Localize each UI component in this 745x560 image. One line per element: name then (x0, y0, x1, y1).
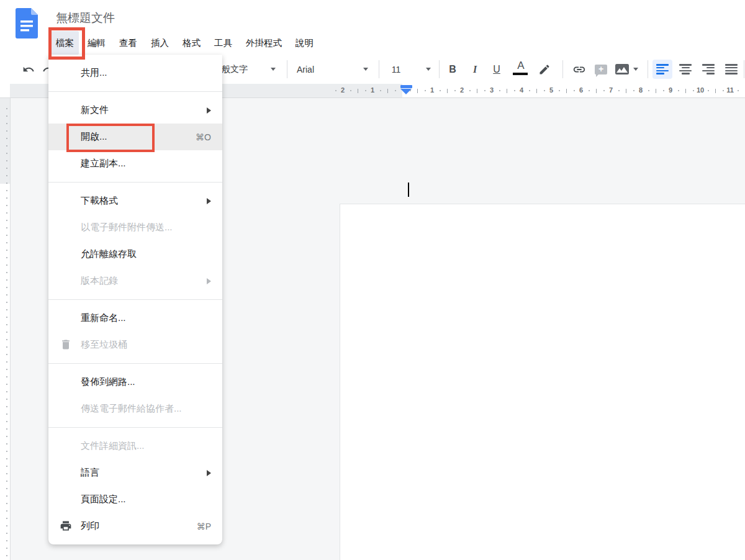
highlight-color-button[interactable] (536, 55, 553, 84)
italic-icon: I (473, 64, 477, 75)
ruler-tick (6, 294, 7, 296)
ruler-tick (484, 90, 485, 91)
undo-button[interactable] (19, 55, 38, 84)
ruler-number: 6 (579, 86, 583, 94)
align-justify-icon (725, 64, 738, 75)
ruler-tick (6, 339, 7, 340)
ruler-tick (447, 89, 448, 93)
ruler-tick (6, 466, 7, 467)
menubar-item-3[interactable]: 插入 (146, 31, 174, 55)
ruler-tick (6, 421, 7, 422)
file-menu-item-6[interactable]: 下載格式 (48, 187, 222, 214)
menubar-item-6[interactable]: 外掛程式 (241, 31, 287, 55)
font-family-dropdown[interactable]: Arial (297, 55, 314, 84)
menubar-item-7[interactable]: 說明 (291, 31, 318, 55)
align-left-icon (656, 64, 669, 75)
underline-button[interactable]: U (489, 55, 505, 84)
styles-dropdown-arrow-icon[interactable] (271, 68, 276, 71)
bold-button[interactable]: B (445, 55, 461, 84)
text-color-button[interactable]: A (513, 60, 529, 75)
ruler-tick (358, 89, 358, 93)
font-size-input[interactable]: 11 (389, 55, 404, 84)
ruler-tick (477, 89, 477, 93)
ruler-tick (633, 90, 634, 91)
image-dropdown-arrow-icon[interactable] (633, 68, 638, 71)
file-menu-item-19[interactable]: 頁面設定... (48, 486, 222, 513)
ruler-tick (6, 279, 7, 281)
ruler-tick (6, 242, 7, 243)
add-comment-button[interactable]: + (592, 55, 610, 84)
ruler-tick (6, 376, 7, 377)
file-menu-item-20[interactable]: 列印⌘P (48, 513, 222, 540)
document-page[interactable] (340, 204, 745, 560)
annotation-box-open-item (66, 124, 155, 152)
file-menu-item-18[interactable]: 語言 (48, 459, 222, 486)
link-icon (572, 63, 586, 76)
menu-divider (48, 182, 222, 183)
italic-button[interactable]: I (467, 55, 483, 84)
file-menu-item-17: 文件詳細資訊... (48, 433, 222, 459)
ruler-tick (6, 153, 7, 154)
trash-icon (60, 338, 73, 352)
bold-icon: B (449, 64, 456, 75)
menubar-item-2[interactable]: 查看 (114, 31, 142, 55)
menubar-item-1[interactable]: 編輯 (83, 31, 111, 55)
ruler-tick (6, 227, 7, 228)
toolbar-divider (379, 60, 379, 78)
ruler-tick (559, 90, 560, 91)
ruler-tick (6, 168, 7, 169)
toolbar-divider (744, 60, 744, 78)
google-docs-logo-icon[interactable] (16, 8, 38, 38)
align-right-button[interactable] (698, 60, 718, 79)
menu-item-label: 頁面設定... (81, 494, 222, 505)
file-menu-item-4[interactable]: 建立副本... (48, 150, 222, 177)
first-line-indent-marker[interactable] (400, 85, 412, 88)
align-center-button[interactable] (675, 60, 695, 79)
ruler-tick (693, 90, 694, 91)
file-menu-item-0[interactable]: 共用... (48, 60, 222, 86)
comment-icon: + (595, 65, 607, 75)
ruler-margin-area (0, 98, 10, 184)
align-left-button[interactable] (652, 60, 672, 79)
ruler-tick (6, 212, 7, 214)
insert-link-button[interactable] (570, 55, 589, 84)
ruler-tick (6, 518, 7, 519)
file-menu-item-11[interactable]: 重新命名... (48, 305, 222, 332)
left-indent-marker[interactable] (400, 89, 412, 94)
text-cursor (408, 183, 409, 197)
ruler-tick (6, 384, 7, 385)
ruler-tick (6, 346, 7, 348)
ruler-tick (6, 525, 7, 526)
underline-icon: U (493, 64, 500, 75)
font-size-arrow-icon[interactable] (426, 68, 431, 71)
file-menu-item-7: 以電子郵件附件傳送... (48, 214, 222, 241)
toolbar-divider (439, 60, 440, 78)
file-menu-item-8[interactable]: 允許離線存取 (48, 241, 222, 268)
ruler-tick (6, 115, 7, 117)
insert-image-button[interactable] (613, 55, 631, 84)
menu-item-label: 共用... (81, 67, 222, 79)
ruler-tick (6, 220, 7, 221)
menu-item-label: 版本記錄 (81, 275, 222, 287)
file-menu-item-14[interactable]: 發佈到網路... (48, 369, 222, 395)
ruler-tick (6, 369, 7, 370)
annotation-box-file-menu (48, 27, 85, 60)
vertical-ruler[interactable] (0, 98, 11, 560)
ruler-tick (6, 354, 7, 355)
ruler-tick (425, 90, 426, 91)
submenu-arrow-icon (207, 470, 211, 476)
menu-item-label: 列印 (81, 520, 197, 532)
menu-item-label: 移至垃圾桶 (81, 339, 222, 351)
undo-icon (22, 63, 35, 76)
ruler-tick (6, 130, 7, 132)
document-title[interactable]: 無標題文件 (56, 10, 115, 26)
align-justify-button[interactable] (721, 60, 741, 79)
file-menu-item-2[interactable]: 新文件 (48, 97, 222, 124)
ruler-number: 2 (341, 86, 345, 94)
menubar-item-4[interactable]: 格式 (178, 31, 205, 55)
font-dropdown-arrow-icon[interactable] (363, 68, 368, 71)
ruler-tick (454, 90, 456, 91)
ruler-tick (6, 317, 7, 318)
menubar-item-5[interactable]: 工具 (209, 31, 237, 55)
menu-divider (48, 299, 222, 300)
